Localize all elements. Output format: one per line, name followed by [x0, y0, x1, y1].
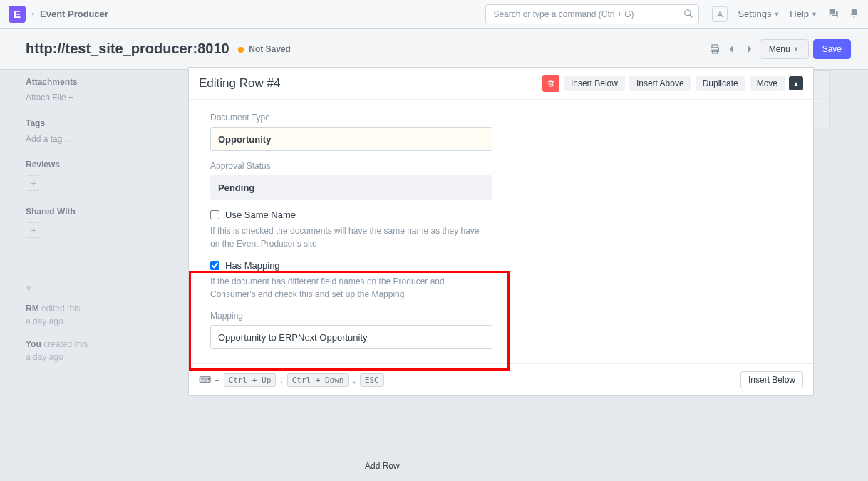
delete-row-button[interactable] — [542, 75, 559, 92]
use-same-name-checkbox[interactable] — [210, 210, 219, 219]
add-share-button[interactable]: + — [26, 222, 41, 238]
search-input[interactable] — [485, 4, 699, 24]
menu-button[interactable]: Menu▼ — [760, 39, 809, 59]
help-link[interactable]: Help▼ — [790, 9, 817, 19]
timeline-item: RM edited this a day ago — [26, 302, 153, 328]
status-dot-icon — [238, 47, 244, 53]
svg-point-0 — [685, 9, 691, 15]
attach-file-link[interactable]: Attach File + — [26, 93, 73, 103]
use-same-name-help: If this is checked the documents will ha… — [210, 224, 481, 250]
navbar: E › Event Producer A Settings▼ Help▼ — [0, 0, 868, 29]
sidebar: Attachments Attach File + Tags Add a tag… — [0, 70, 168, 481]
has-mapping-help: If the document has different field name… — [210, 275, 481, 301]
mapping-label: Mapping — [210, 311, 492, 321]
save-button[interactable]: Save — [813, 39, 851, 59]
print-icon[interactable] — [708, 43, 721, 56]
page-toolbar: http://test_site_producer:8010 Not Saved… — [0, 29, 868, 70]
caret-down-icon: ▼ — [773, 11, 780, 18]
add-tag-link[interactable]: Add a tag ... — [26, 134, 72, 144]
approval-status-value: Pending — [210, 175, 492, 200]
mapping-input[interactable] — [210, 325, 492, 349]
has-mapping-label: Has Mapping — [225, 260, 280, 271]
caret-down-icon: ▼ — [811, 11, 817, 18]
search-icon[interactable] — [683, 9, 693, 21]
reviews-title: Reviews — [26, 160, 153, 170]
timeline-item: You created this a day ago — [26, 338, 153, 363]
has-mapping-checkbox[interactable] — [210, 261, 219, 270]
bell-icon[interactable] — [849, 8, 859, 21]
insert-below-button[interactable]: Insert Below — [564, 76, 625, 91]
keyboard-icon: ⌨ — [199, 375, 210, 385]
collapse-button[interactable]: ▲ — [789, 76, 803, 90]
keyboard-hints: ⌨ – Ctrl + Up, Ctrl + Down, ESC — [199, 373, 384, 387]
page-title: http://test_site_producer:8010 — [26, 41, 229, 57]
settings-link[interactable]: Settings▼ — [738, 9, 780, 19]
shared-with-title: Shared With — [26, 207, 153, 217]
plus-icon: + — [68, 93, 73, 103]
insert-above-button[interactable]: Insert Above — [629, 76, 691, 91]
edit-panel-title: Editing Row #4 — [199, 76, 542, 90]
document-type-label: Document Type — [210, 113, 492, 123]
footer-insert-below-button[interactable]: Insert Below — [740, 371, 803, 388]
next-icon[interactable] — [743, 43, 755, 56]
attachments-title: Attachments — [26, 77, 153, 87]
breadcrumb[interactable]: Event Producer — [40, 9, 108, 19]
status-indicator: Not Saved — [238, 43, 291, 54]
approval-status-label: Approval Status — [210, 161, 492, 171]
svg-line-1 — [690, 14, 693, 17]
tags-title: Tags — [26, 118, 153, 128]
user-badge[interactable]: A — [712, 6, 728, 22]
chat-icon[interactable] — [827, 7, 839, 21]
chevron-right-icon: › — [31, 9, 34, 19]
add-review-button[interactable]: + — [26, 175, 41, 191]
document-type-input[interactable] — [210, 127, 492, 151]
add-row-button[interactable]: Add Row — [356, 457, 408, 475]
caret-down-icon: ▼ — [793, 46, 800, 53]
edit-row-panel: Editing Row #4 Insert Below Insert Above… — [188, 67, 814, 396]
duplicate-button[interactable]: Duplicate — [696, 76, 745, 91]
prev-icon[interactable] — [725, 43, 738, 56]
heart-icon[interactable]: ♥ — [26, 282, 153, 294]
move-button[interactable]: Move — [750, 76, 785, 91]
use-same-name-label: Use Same Name — [225, 210, 296, 220]
app-logo[interactable]: E — [9, 6, 26, 23]
